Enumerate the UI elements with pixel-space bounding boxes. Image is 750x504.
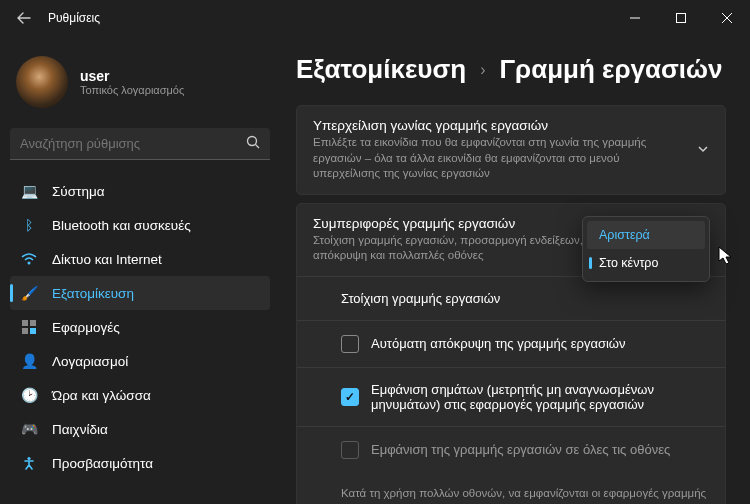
multimon-row: Εμφάνιση της γραμμής εργασιών σε όλες τι… (297, 426, 725, 473)
overflow-title: Υπερχείλιση γωνίας γραμμής εργασιών (313, 118, 681, 133)
svg-rect-6 (30, 320, 36, 326)
nav-bluetooth[interactable]: ᛒBluetooth και συσκευές (10, 208, 270, 242)
badges-row[interactable]: Εμφάνιση σημάτων (μετρητής μη αναγνωσμέν… (297, 367, 725, 426)
autohide-row[interactable]: Αυτόματη απόκρυψη της γραμμής εργασιών (297, 320, 725, 367)
accounts-icon: 👤 (20, 352, 38, 370)
svg-rect-7 (22, 328, 28, 334)
nav-accounts[interactable]: 👤Λογαριασμοί (10, 344, 270, 378)
multimon-checkbox (341, 441, 359, 459)
gaming-icon: 🎮 (20, 420, 38, 438)
overflow-sub: Επιλέξτε τα εικονίδια που θα εμφανίζοντα… (313, 135, 681, 182)
main-content: Εξατομίκευση › Γραμμή εργασιών Υπερχείλι… (280, 36, 750, 504)
search-icon (246, 135, 260, 153)
wifi-icon (20, 250, 38, 268)
svg-point-2 (248, 137, 257, 146)
chevron-right-icon: › (480, 61, 485, 79)
nav-system[interactable]: 💻Σύστημα (10, 174, 270, 208)
alignment-row: Στοίχιση γραμμής εργασιών (297, 277, 725, 320)
svg-line-3 (256, 145, 260, 149)
profile-account-type: Τοπικός λογαριασμός (80, 84, 184, 96)
nav-personalization[interactable]: 🖌️Εξατομίκευση (10, 276, 270, 310)
svg-rect-1 (677, 14, 686, 23)
search-wrapper (10, 128, 270, 160)
alignment-option-left[interactable]: Αριστερά (587, 221, 705, 249)
autohide-label: Αυτόματη απόκρυψη της γραμμής εργασιών (371, 336, 709, 351)
bluetooth-icon: ᛒ (20, 216, 38, 234)
apps-icon (20, 318, 38, 336)
svg-rect-8 (30, 328, 36, 334)
svg-point-4 (28, 262, 31, 265)
nav-gaming[interactable]: 🎮Παιχνίδια (10, 412, 270, 446)
nav-time-language[interactable]: 🕑Ώρα και γλώσσα (10, 378, 270, 412)
badges-checkbox[interactable] (341, 388, 359, 406)
minimize-button[interactable] (612, 0, 658, 36)
avatar (16, 56, 68, 108)
breadcrumb: Εξατομίκευση › Γραμμή εργασιών (296, 44, 726, 105)
alignment-label: Στοίχιση γραμμής εργασιών (341, 291, 709, 306)
nav-apps[interactable]: Εφαρμογές (10, 310, 270, 344)
clock-icon: 🕑 (20, 386, 38, 404)
accessibility-icon (20, 454, 38, 472)
chevron-down-icon (697, 141, 709, 159)
svg-point-9 (27, 457, 30, 460)
back-button[interactable] (12, 6, 36, 30)
nav-network[interactable]: Δίκτυο και Internet (10, 242, 270, 276)
brush-icon: 🖌️ (20, 284, 38, 302)
window-title: Ρυθμίσεις (48, 11, 100, 25)
profile-name: user (80, 68, 184, 84)
search-input[interactable] (10, 128, 270, 160)
nav-accessibility[interactable]: Προσβασιμότητα (10, 446, 270, 480)
profile-block[interactable]: user Τοπικός λογαριασμός (10, 44, 270, 124)
breadcrumb-parent[interactable]: Εξατομίκευση (296, 54, 466, 85)
system-icon: 💻 (20, 182, 38, 200)
svg-rect-5 (22, 320, 28, 326)
sidebar: user Τοπικός λογαριασμός 💻Σύστημα ᛒBluet… (0, 36, 280, 504)
close-button[interactable] (704, 0, 750, 36)
badges-label: Εμφάνιση σημάτων (μετρητής μη αναγνωσμέν… (371, 382, 709, 412)
maximize-button[interactable] (658, 0, 704, 36)
overflow-card[interactable]: Υπερχείλιση γωνίας γραμμής εργασιών Επιλ… (296, 105, 726, 195)
multimon-label: Εμφάνιση της γραμμής εργασιών σε όλες τι… (371, 442, 709, 457)
page-title: Γραμμή εργασιών (499, 54, 722, 85)
alignment-option-center[interactable]: Στο κέντρο (587, 249, 705, 277)
alignment-dropdown[interactable]: Αριστερά Στο κέντρο (582, 216, 710, 282)
autohide-checkbox[interactable] (341, 335, 359, 353)
multimon-sub: Κατά τη χρήση πολλών οθονών, να εμφανίζο… (297, 473, 725, 504)
